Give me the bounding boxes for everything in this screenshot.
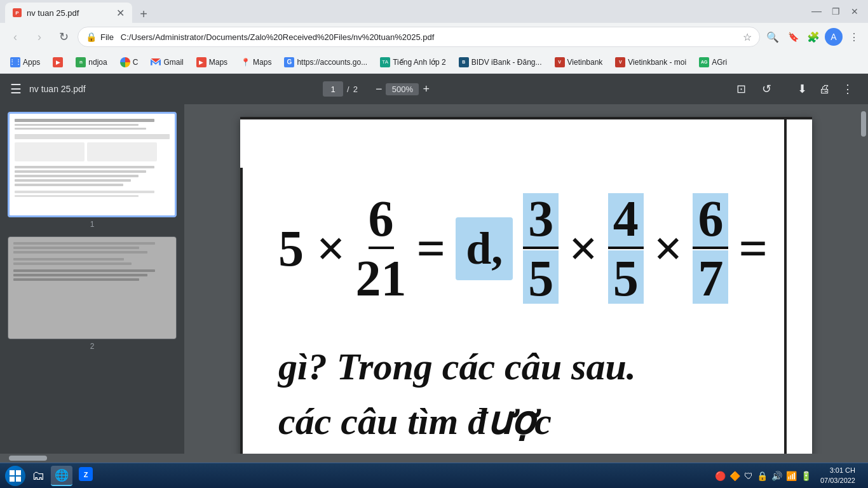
url-text: File C:/Users/Administrator/Documents/Za… — [100, 32, 739, 42]
fraction-denominator-21: 21 — [356, 250, 407, 304]
bookmark-vietinbank[interactable]: V Vietinbank — [550, 55, 608, 70]
google-label: https://accounts.go... — [297, 58, 367, 67]
pdf-zoom-controls: − 500% + — [376, 83, 430, 96]
pdf-total-pages: 2 — [353, 85, 358, 94]
tray-icon-2[interactable]: 🔶 — [729, 471, 740, 481]
fraction-6-21: 6 21 — [356, 193, 407, 304]
taskbar-item-chrome[interactable]: 🌐 — [51, 466, 72, 486]
bookmark-tieng-anh[interactable]: TA Tiếng Anh lớp 2 — [375, 55, 451, 70]
battery-icon[interactable]: 🔋 — [801, 471, 811, 481]
chrome-label: C — [133, 58, 139, 67]
start-button[interactable] — [3, 464, 28, 487]
menu-button[interactable]: ⋮ — [845, 28, 863, 46]
tray-icon-5[interactable]: 🔊 — [771, 471, 782, 481]
math-equals-1: = — [417, 220, 446, 278]
svg-rect-3 — [16, 477, 21, 482]
tray-icon-1[interactable]: 🔴 — [715, 471, 726, 481]
network-icon[interactable]: 📶 — [786, 471, 797, 481]
pdf-zoom-in-button[interactable]: + — [423, 83, 430, 96]
title-bar: P nv tuan 25.pdf ✕ + — ❐ ✕ — [0, 0, 868, 23]
horizontal-scrollbar[interactable] — [0, 454, 868, 463]
pdf-thumbnail-1[interactable]: 1 — [8, 112, 177, 229]
close-button[interactable]: ✕ — [846, 5, 863, 18]
bookmark-star-icon[interactable]: ☆ — [743, 31, 752, 43]
math-prefix: 5 × — [278, 220, 346, 278]
google-icon: G — [284, 57, 294, 67]
clock[interactable]: 3:01 CH 07/03/2022 — [815, 466, 860, 485]
tab-title: nv tuan 25.pdf — [27, 8, 111, 18]
pdf-fit-page-button[interactable]: ⊡ — [731, 79, 751, 99]
vietinbank-label: Vietinbank — [567, 58, 603, 67]
taskbar-item-files[interactable]: 🗂 — [28, 466, 48, 486]
pdf-menu-button[interactable]: ☰ — [10, 81, 22, 97]
pdf-tools: ⊡ ↺ — [731, 79, 776, 99]
extensions-icon[interactable]: 🧩 — [804, 28, 822, 46]
pdf-zoom-out-button[interactable]: − — [376, 83, 383, 96]
refresh-button[interactable]: ↻ — [53, 27, 74, 47]
text-line-2: các câu tìm được — [278, 396, 787, 446]
maps-label: Maps — [253, 58, 271, 67]
tab-area: P nv tuan 25.pdf ✕ + — [5, 0, 153, 23]
tray-icon-4[interactable]: 🔒 — [757, 471, 768, 481]
tab-close-button[interactable]: ✕ — [116, 7, 125, 19]
tieng-anh-label: Tiếng Anh lớp 2 — [393, 58, 446, 67]
pdf-print-button[interactable]: 🖨 — [815, 79, 835, 99]
pdf-download-button[interactable]: ⬇ — [792, 79, 812, 99]
pdf-content-area: 1 2 — [0, 104, 868, 454]
math-equals-2: = — [738, 220, 768, 278]
tray-icon-3[interactable]: 🛡 — [744, 471, 753, 481]
bookmark-ndjoa[interactable]: n ndjoa — [71, 55, 112, 70]
bookmark-gmail[interactable]: Gmail — [146, 55, 188, 70]
bookmark-vietinbank2[interactable]: V Vietinkbank - moi — [610, 55, 691, 70]
agri-label: AGri — [712, 58, 727, 67]
url-bar[interactable]: 🔒 File C:/Users/Administrator/Documents/… — [78, 27, 760, 47]
restore-button[interactable]: ❐ — [827, 5, 844, 18]
fraction-numerator-6b: 6 — [693, 193, 728, 249]
pdf-sidebar[interactable]: 1 2 — [0, 104, 184, 454]
thumbnail-2-label: 2 — [8, 342, 177, 351]
bookmark-bidv[interactable]: B BIDV iBank - Đăng... — [454, 55, 547, 70]
new-tab-button[interactable]: + — [135, 5, 153, 23]
vertical-scrollbar[interactable] — [859, 105, 868, 454]
back-button[interactable]: ‹ — [5, 27, 25, 47]
bookmark-chrome[interactable]: C — [115, 55, 144, 70]
agri-icon: AG — [699, 57, 709, 67]
vertical-scrollbar-thumb[interactable] — [861, 111, 866, 137]
search-icon[interactable]: 🔍 — [764, 28, 782, 46]
chrome-taskbar-icon: 🌐 — [55, 468, 69, 482]
bookmark-icon[interactable]: 🔖 — [784, 28, 802, 46]
active-tab[interactable]: P nv tuan 25.pdf ✕ — [5, 3, 132, 23]
secure-icon: 🔒 — [86, 32, 97, 42]
bookmark-yt1[interactable]: ▶ — [48, 55, 68, 70]
bookmark-apps[interactable]: ⋮⋮ Apps — [5, 55, 45, 70]
minimize-button[interactable]: — — [808, 5, 825, 18]
date: 07/03/2022 — [820, 476, 855, 485]
math-times-1: × — [569, 220, 598, 278]
taskbar-item-zalo[interactable]: Z — [75, 466, 97, 486]
horizontal-scrollbar-thumb[interactable] — [9, 456, 47, 461]
svg-rect-1 — [16, 470, 21, 475]
tab-favicon: P — [13, 8, 22, 17]
math-times-2: × — [654, 220, 683, 278]
pdf-page-input[interactable]: 1 — [323, 81, 343, 97]
vietinbank2-label: Vietinkbank - moi — [628, 58, 686, 67]
math-d-highlight: d, — [456, 217, 513, 280]
fraction-denominator-5a: 5 — [523, 250, 559, 304]
bookmark-agri[interactable]: AG AGri — [694, 55, 732, 70]
apps-icon: ⋮⋮ — [10, 57, 20, 67]
pdf-main-view[interactable]: 5 × 6 21 = d, 3 5 — [184, 104, 868, 454]
youtube-icon: ▶ — [196, 57, 207, 67]
bookmark-youtube[interactable]: ▶ Maps — [191, 55, 233, 70]
pdf-more-button[interactable]: ⋮ — [837, 79, 858, 99]
fraction-4-5: 4 5 — [608, 193, 644, 304]
bookmark-maps[interactable]: 📍 Maps — [235, 55, 276, 70]
bookmark-google[interactable]: G https://accounts.go... — [279, 55, 372, 70]
svg-rect-0 — [10, 470, 15, 475]
pdf-zoom-value[interactable]: 500% — [386, 83, 419, 95]
pdf-rotate-button[interactable]: ↺ — [756, 79, 776, 99]
vietinbank2-icon: V — [615, 57, 625, 67]
profile-icon[interactable]: A — [825, 28, 843, 46]
fraction-denominator-7: 7 — [693, 250, 728, 304]
forward-button[interactable]: › — [29, 27, 50, 47]
pdf-thumbnail-2[interactable]: 2 — [8, 236, 177, 351]
